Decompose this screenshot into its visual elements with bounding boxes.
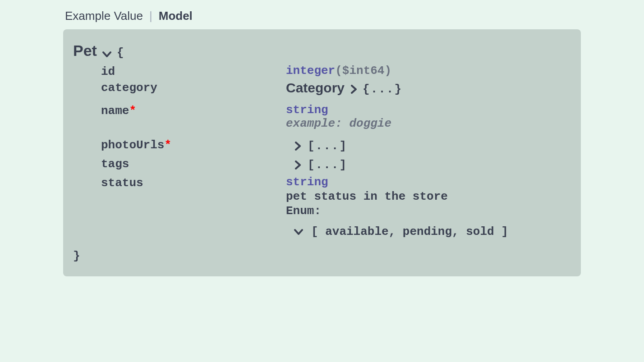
nested-model-title: Category xyxy=(286,80,345,96)
model-properties: id integer($int64) category Category {..… xyxy=(73,60,571,239)
property-row-id: id integer($int64) xyxy=(101,64,571,78)
enum-values: [ available, pending, sold ] xyxy=(311,225,508,238)
prop-name-status: status xyxy=(101,175,286,190)
type-keyword: string xyxy=(286,103,328,117)
property-row-name: name* string example: doggie xyxy=(101,103,571,130)
nested-model-category[interactable]: Category {...} xyxy=(286,80,571,96)
collapsed-object: {...} xyxy=(363,82,402,96)
property-row-category: category Category {...} xyxy=(101,80,571,96)
tab-divider: | xyxy=(149,9,152,23)
prop-type-id: integer($int64) xyxy=(286,64,571,78)
prop-name-tags: tags xyxy=(101,156,286,171)
chevron-down-icon xyxy=(102,50,111,58)
type-keyword: integer xyxy=(286,64,335,78)
enum-values-row[interactable]: [ available, pending, sold ] xyxy=(286,219,571,238)
prop-name-photourls: photoUrls* xyxy=(101,137,286,152)
property-row-tags: tags [...] xyxy=(101,156,571,174)
prop-name-name: name* xyxy=(101,103,286,118)
model-box: Pet { id integer($int64) category Catego… xyxy=(63,29,581,276)
enum-label: Enum: xyxy=(286,204,571,218)
example-text: example: doggie xyxy=(286,117,571,130)
prop-type-tags: [...] xyxy=(286,156,571,174)
property-row-status: status string pet status in the store En… xyxy=(101,175,571,239)
tab-example-value[interactable]: Example Value xyxy=(65,9,143,23)
prop-name-category: category xyxy=(101,80,286,95)
type-format: ($int64) xyxy=(335,64,391,78)
collapsed-array: [...] xyxy=(308,139,347,153)
type-keyword: string xyxy=(286,175,328,189)
status-description: pet status in the store xyxy=(286,190,571,203)
prop-name-id: id xyxy=(101,64,286,78)
model-header[interactable]: Pet { xyxy=(73,42,571,60)
collapsed-array: [...] xyxy=(308,158,347,172)
schema-tabs: Example Value | Model xyxy=(63,9,581,23)
chevron-right-icon xyxy=(350,82,357,96)
open-brace: { xyxy=(117,46,124,60)
model-title: Pet xyxy=(73,42,97,60)
tab-model[interactable]: Model xyxy=(159,9,193,23)
prop-type-status: string pet status in the store Enum: [ a… xyxy=(286,175,571,239)
prop-type-photourls: [...] xyxy=(286,137,571,155)
collapsed-array-tags[interactable]: [...] xyxy=(286,156,571,174)
chevron-right-icon xyxy=(294,158,301,172)
close-brace: } xyxy=(73,241,571,263)
required-star-icon: * xyxy=(164,138,171,152)
collapsed-array-photourls[interactable]: [...] xyxy=(286,137,571,155)
prop-type-name: string example: doggie xyxy=(286,103,571,130)
required-star-icon: * xyxy=(129,104,136,118)
chevron-right-icon xyxy=(294,139,301,153)
property-row-photourls: photoUrls* [...] xyxy=(101,137,571,155)
chevron-down-icon xyxy=(294,225,303,238)
prop-type-category: Category {...} xyxy=(286,80,571,96)
